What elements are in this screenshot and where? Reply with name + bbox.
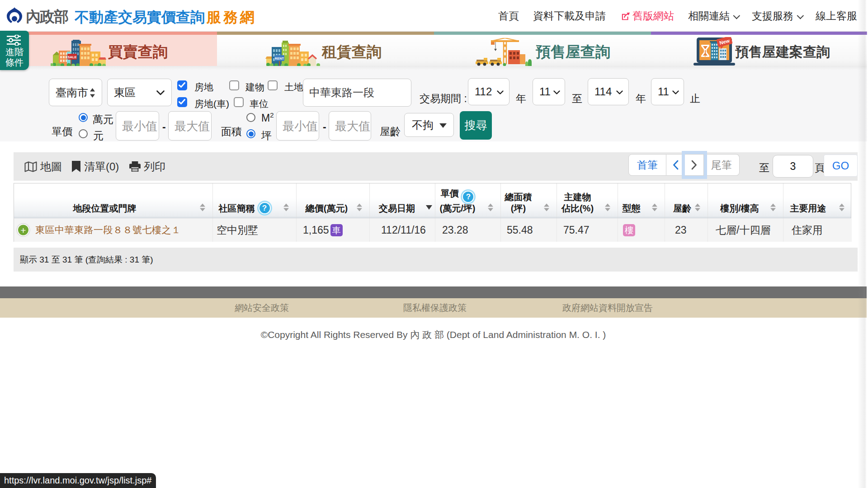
svg-text:SALE: SALE [67,55,76,59]
svg-text:RENT: RENT [275,56,284,61]
